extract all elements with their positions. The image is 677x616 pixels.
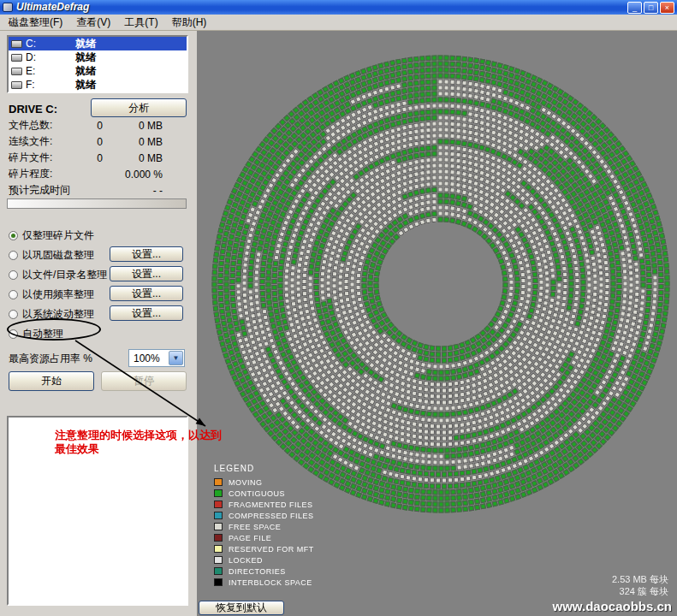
drive-name: C: (26, 38, 45, 50)
analyze-button[interactable]: 分析 (91, 98, 187, 117)
menu-help[interactable]: 帮助(H) (165, 14, 214, 32)
stat-label: 连续文件: (0, 134, 82, 149)
legend-swatch (214, 512, 223, 519)
option-label: 以文件/目录名整理 (22, 268, 107, 282)
legend-label: LOCKED (229, 556, 263, 565)
drive-name: E: (26, 65, 45, 77)
menu-tools[interactable]: 工具(T) (117, 14, 164, 32)
option-auto[interactable]: 自动整理 (9, 325, 63, 342)
option-fragmented-only[interactable]: 仅整理碎片文件 (9, 227, 94, 244)
legend-label: RESERVED FOR MFT (229, 545, 314, 554)
settings-button[interactable]: 设置... (110, 286, 183, 301)
option-frequency[interactable]: 以使用频率整理 设置... (9, 286, 188, 303)
cluster-size-label: 324 簇 每块 (612, 585, 668, 597)
drive-row-d[interactable]: D: 就绪 (9, 50, 187, 64)
legend-item-contiguous: CONTIGUOUS (214, 488, 314, 499)
legend-item-free-space: FREE SPACE (214, 521, 314, 532)
drive-status: 就绪 (75, 78, 96, 92)
drive-status: 就绪 (75, 50, 96, 65)
option-label: 以系统波动整理 (22, 307, 94, 322)
block-info: 2.53 MB 每块 324 簇 每块 (612, 573, 668, 597)
settings-button[interactable]: 设置... (110, 305, 183, 321)
resource-usage-row: 最高资源占用率 % 100% ▼ (9, 349, 193, 368)
stat-size: 0 MB (103, 152, 197, 164)
radio-icon[interactable] (9, 270, 18, 280)
drive-status: 就绪 (75, 37, 96, 51)
stat-size: 0 MB (103, 136, 197, 148)
drive-row-f[interactable]: F: 就绪 (9, 78, 187, 92)
start-button[interactable]: 开始 (9, 371, 94, 391)
drive-icon (11, 81, 22, 89)
chevron-down-icon[interactable]: ▼ (169, 351, 183, 365)
radio-icon[interactable] (9, 231, 18, 240)
radio-icon[interactable] (9, 310, 18, 319)
drive-row-e[interactable]: E: 就绪 (9, 64, 187, 78)
maximize-icon[interactable]: □ (644, 2, 658, 14)
stat-size: 0 MB (103, 120, 197, 132)
stat-total-files: 文件总数: 0 0 MB (0, 117, 197, 133)
settings-button[interactable]: 设置... (110, 246, 183, 262)
legend-item-compressed: COMPRESSED FILES (214, 510, 314, 521)
legend-label: PAGE FILE (229, 534, 271, 542)
watermark: www.daocaobbs.cn (553, 599, 672, 613)
close-icon[interactable]: × (660, 2, 674, 14)
legend-item-directories: DIRECTORIES (214, 566, 314, 577)
stat-label: 文件总数: (0, 118, 82, 133)
legend-item-locked: LOCKED (214, 554, 314, 566)
legend-swatch (214, 500, 223, 508)
drive-icon (11, 68, 22, 75)
drive-name: F: (26, 79, 45, 91)
option-filename[interactable]: 以文件/目录名整理 设置... (9, 266, 188, 283)
option-volatility[interactable]: 以系统波动整理 设置... (9, 305, 188, 323)
minimize-icon[interactable]: _ (627, 2, 642, 14)
drive-list: C: 就绪 D: 就绪 E: 就绪 F: 就绪 (7, 35, 188, 93)
menu-defrag[interactable]: 磁盘整理(F) (2, 14, 69, 32)
stat-contiguous-files: 连续文件: 0 0 MB (0, 133, 197, 150)
drive-row-c[interactable]: C: 就绪 (9, 37, 187, 50)
drive-name: D: (26, 51, 45, 63)
legend-title: LEGEND (214, 464, 314, 473)
legend: LEGEND MOVING CONTIGUOUS FRAGMENTED FILE… (214, 464, 314, 588)
legend-swatch (214, 534, 223, 542)
drive-status: 就绪 (75, 64, 96, 79)
legend-label: FREE SPACE (229, 523, 281, 531)
window-controls: _ □ × (627, 2, 674, 14)
legend-swatch (214, 556, 223, 564)
ultimatedefrag-window: { "window": { "title": "UltimateDefrag",… (0, 0, 677, 616)
resource-usage-label: 最高资源占用率 % (9, 352, 92, 364)
option-consolidate[interactable]: 以巩固磁盘整理 设置... (9, 246, 188, 264)
legend-label: COMPRESSED FILES (229, 512, 314, 520)
option-label: 以巩固磁盘整理 (22, 248, 94, 263)
legend-swatch (214, 578, 223, 586)
window-title: UltimateDefrag (16, 0, 89, 15)
menubar: 磁盘整理(F) 查看(V) 工具(T) 帮助(H) (0, 15, 677, 31)
stat-count: 0 (82, 136, 103, 148)
legend-label: CONTIGUOUS (229, 489, 285, 498)
progress-bar (7, 198, 187, 209)
dropdown-value: 100% (129, 352, 169, 364)
legend-swatch (214, 489, 223, 497)
resource-usage-dropdown[interactable]: 100% ▼ (128, 349, 185, 367)
titlebar: UltimateDefrag _ □ × (0, 0, 677, 15)
settings-button[interactable]: 设置... (110, 266, 183, 281)
stat-count: 0 (82, 120, 103, 132)
menu-view[interactable]: 查看(V) (69, 14, 117, 32)
legend-swatch (214, 545, 223, 553)
stat-size: - - (103, 185, 197, 197)
stat-count: 0 (82, 152, 103, 164)
legend-item-mft: RESERVED FOR MFT (214, 543, 314, 554)
annotation-note: 注意整理的时候选择这项，以达到 最佳效果 (55, 429, 222, 456)
radio-icon[interactable] (9, 251, 18, 260)
legend-item-interblock: INTERBLOCK SPACE (214, 577, 314, 588)
stat-fragmented-files: 碎片文件: 0 0 MB (0, 150, 197, 166)
legend-item-page-file: PAGE FILE (214, 532, 314, 543)
block-size-label: 2.53 MB 每块 (612, 573, 668, 585)
stat-fragmentation-level: 碎片程度: 0.000 % (0, 166, 197, 182)
drive-icon (11, 54, 22, 62)
pause-button: 暂停 (101, 371, 187, 391)
legend-label: MOVING (229, 478, 263, 487)
radio-icon[interactable] (9, 290, 18, 299)
radio-icon[interactable] (9, 329, 18, 339)
stat-label: 碎片文件: (0, 151, 82, 165)
restore-default-button[interactable]: 恢复到默认 (199, 601, 284, 615)
